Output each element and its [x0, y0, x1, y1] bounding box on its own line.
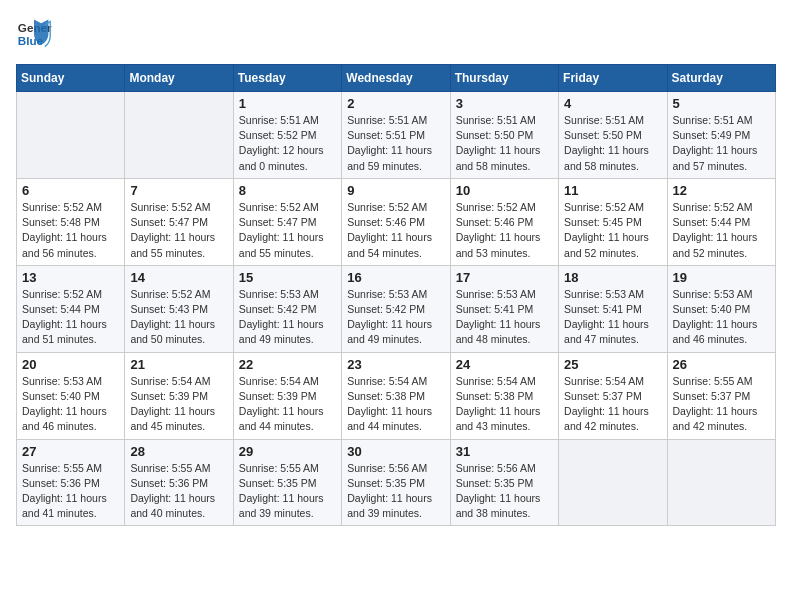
col-header-tuesday: Tuesday — [233, 65, 341, 92]
day-detail: Sunrise: 5:52 AMSunset: 5:46 PMDaylight:… — [347, 200, 444, 261]
day-number: 23 — [347, 357, 444, 372]
day-number: 22 — [239, 357, 336, 372]
day-detail: Sunrise: 5:52 AMSunset: 5:46 PMDaylight:… — [456, 200, 553, 261]
calendar-cell: 16Sunrise: 5:53 AMSunset: 5:42 PMDayligh… — [342, 265, 450, 352]
day-detail: Sunrise: 5:54 AMSunset: 5:37 PMDaylight:… — [564, 374, 661, 435]
day-detail: Sunrise: 5:51 AMSunset: 5:49 PMDaylight:… — [673, 113, 770, 174]
calendar-cell: 6Sunrise: 5:52 AMSunset: 5:48 PMDaylight… — [17, 178, 125, 265]
day-detail: Sunrise: 5:53 AMSunset: 5:42 PMDaylight:… — [347, 287, 444, 348]
day-detail: Sunrise: 5:51 AMSunset: 5:50 PMDaylight:… — [456, 113, 553, 174]
day-number: 2 — [347, 96, 444, 111]
day-number: 28 — [130, 444, 227, 459]
calendar-cell: 19Sunrise: 5:53 AMSunset: 5:40 PMDayligh… — [667, 265, 775, 352]
col-header-friday: Friday — [559, 65, 667, 92]
col-header-sunday: Sunday — [17, 65, 125, 92]
day-detail: Sunrise: 5:55 AMSunset: 5:36 PMDaylight:… — [22, 461, 119, 522]
calendar-cell: 18Sunrise: 5:53 AMSunset: 5:41 PMDayligh… — [559, 265, 667, 352]
day-detail: Sunrise: 5:53 AMSunset: 5:40 PMDaylight:… — [673, 287, 770, 348]
day-number: 11 — [564, 183, 661, 198]
day-number: 17 — [456, 270, 553, 285]
day-number: 6 — [22, 183, 119, 198]
day-detail: Sunrise: 5:54 AMSunset: 5:38 PMDaylight:… — [347, 374, 444, 435]
day-detail: Sunrise: 5:55 AMSunset: 5:36 PMDaylight:… — [130, 461, 227, 522]
day-detail: Sunrise: 5:55 AMSunset: 5:35 PMDaylight:… — [239, 461, 336, 522]
calendar-cell: 31Sunrise: 5:56 AMSunset: 5:35 PMDayligh… — [450, 439, 558, 526]
day-detail: Sunrise: 5:55 AMSunset: 5:37 PMDaylight:… — [673, 374, 770, 435]
day-detail: Sunrise: 5:52 AMSunset: 5:45 PMDaylight:… — [564, 200, 661, 261]
logo-icon: General Blue — [16, 16, 52, 52]
day-detail: Sunrise: 5:52 AMSunset: 5:47 PMDaylight:… — [239, 200, 336, 261]
calendar-cell: 10Sunrise: 5:52 AMSunset: 5:46 PMDayligh… — [450, 178, 558, 265]
day-detail: Sunrise: 5:51 AMSunset: 5:52 PMDaylight:… — [239, 113, 336, 174]
calendar-cell: 29Sunrise: 5:55 AMSunset: 5:35 PMDayligh… — [233, 439, 341, 526]
calendar-cell: 5Sunrise: 5:51 AMSunset: 5:49 PMDaylight… — [667, 92, 775, 179]
week-row-3: 13Sunrise: 5:52 AMSunset: 5:44 PMDayligh… — [17, 265, 776, 352]
calendar-cell: 15Sunrise: 5:53 AMSunset: 5:42 PMDayligh… — [233, 265, 341, 352]
day-number: 10 — [456, 183, 553, 198]
day-number: 21 — [130, 357, 227, 372]
day-number: 31 — [456, 444, 553, 459]
calendar-cell: 20Sunrise: 5:53 AMSunset: 5:40 PMDayligh… — [17, 352, 125, 439]
day-number: 30 — [347, 444, 444, 459]
day-detail: Sunrise: 5:54 AMSunset: 5:39 PMDaylight:… — [130, 374, 227, 435]
calendar-cell: 11Sunrise: 5:52 AMSunset: 5:45 PMDayligh… — [559, 178, 667, 265]
day-number: 5 — [673, 96, 770, 111]
day-detail: Sunrise: 5:51 AMSunset: 5:50 PMDaylight:… — [564, 113, 661, 174]
week-row-2: 6Sunrise: 5:52 AMSunset: 5:48 PMDaylight… — [17, 178, 776, 265]
calendar-cell: 26Sunrise: 5:55 AMSunset: 5:37 PMDayligh… — [667, 352, 775, 439]
calendar-cell: 22Sunrise: 5:54 AMSunset: 5:39 PMDayligh… — [233, 352, 341, 439]
day-number: 16 — [347, 270, 444, 285]
calendar-cell: 3Sunrise: 5:51 AMSunset: 5:50 PMDaylight… — [450, 92, 558, 179]
calendar-cell: 2Sunrise: 5:51 AMSunset: 5:51 PMDaylight… — [342, 92, 450, 179]
day-detail: Sunrise: 5:54 AMSunset: 5:39 PMDaylight:… — [239, 374, 336, 435]
day-number: 9 — [347, 183, 444, 198]
day-detail: Sunrise: 5:53 AMSunset: 5:41 PMDaylight:… — [456, 287, 553, 348]
calendar-table: SundayMondayTuesdayWednesdayThursdayFrid… — [16, 64, 776, 526]
day-detail: Sunrise: 5:53 AMSunset: 5:40 PMDaylight:… — [22, 374, 119, 435]
calendar-cell: 4Sunrise: 5:51 AMSunset: 5:50 PMDaylight… — [559, 92, 667, 179]
calendar-cell: 14Sunrise: 5:52 AMSunset: 5:43 PMDayligh… — [125, 265, 233, 352]
col-header-thursday: Thursday — [450, 65, 558, 92]
day-number: 24 — [456, 357, 553, 372]
week-row-1: 1Sunrise: 5:51 AMSunset: 5:52 PMDaylight… — [17, 92, 776, 179]
calendar-cell — [125, 92, 233, 179]
calendar-cell: 30Sunrise: 5:56 AMSunset: 5:35 PMDayligh… — [342, 439, 450, 526]
day-number: 14 — [130, 270, 227, 285]
logo: General Blue — [16, 16, 58, 52]
day-detail: Sunrise: 5:52 AMSunset: 5:47 PMDaylight:… — [130, 200, 227, 261]
day-number: 27 — [22, 444, 119, 459]
day-number: 7 — [130, 183, 227, 198]
day-number: 29 — [239, 444, 336, 459]
day-number: 4 — [564, 96, 661, 111]
day-detail: Sunrise: 5:52 AMSunset: 5:44 PMDaylight:… — [22, 287, 119, 348]
day-detail: Sunrise: 5:52 AMSunset: 5:43 PMDaylight:… — [130, 287, 227, 348]
day-detail: Sunrise: 5:53 AMSunset: 5:42 PMDaylight:… — [239, 287, 336, 348]
day-number: 12 — [673, 183, 770, 198]
calendar-cell: 23Sunrise: 5:54 AMSunset: 5:38 PMDayligh… — [342, 352, 450, 439]
day-detail: Sunrise: 5:56 AMSunset: 5:35 PMDaylight:… — [456, 461, 553, 522]
calendar-cell: 12Sunrise: 5:52 AMSunset: 5:44 PMDayligh… — [667, 178, 775, 265]
calendar-cell — [559, 439, 667, 526]
day-number: 25 — [564, 357, 661, 372]
calendar-cell: 7Sunrise: 5:52 AMSunset: 5:47 PMDaylight… — [125, 178, 233, 265]
day-number: 1 — [239, 96, 336, 111]
day-detail: Sunrise: 5:51 AMSunset: 5:51 PMDaylight:… — [347, 113, 444, 174]
calendar-cell: 25Sunrise: 5:54 AMSunset: 5:37 PMDayligh… — [559, 352, 667, 439]
calendar-cell: 24Sunrise: 5:54 AMSunset: 5:38 PMDayligh… — [450, 352, 558, 439]
day-number: 20 — [22, 357, 119, 372]
day-detail: Sunrise: 5:52 AMSunset: 5:44 PMDaylight:… — [673, 200, 770, 261]
calendar-cell: 8Sunrise: 5:52 AMSunset: 5:47 PMDaylight… — [233, 178, 341, 265]
header-row: SundayMondayTuesdayWednesdayThursdayFrid… — [17, 65, 776, 92]
col-header-monday: Monday — [125, 65, 233, 92]
day-number: 8 — [239, 183, 336, 198]
day-detail: Sunrise: 5:54 AMSunset: 5:38 PMDaylight:… — [456, 374, 553, 435]
col-header-wednesday: Wednesday — [342, 65, 450, 92]
calendar-cell: 1Sunrise: 5:51 AMSunset: 5:52 PMDaylight… — [233, 92, 341, 179]
page-header: General Blue — [16, 16, 776, 52]
week-row-5: 27Sunrise: 5:55 AMSunset: 5:36 PMDayligh… — [17, 439, 776, 526]
calendar-cell: 13Sunrise: 5:52 AMSunset: 5:44 PMDayligh… — [17, 265, 125, 352]
day-detail: Sunrise: 5:56 AMSunset: 5:35 PMDaylight:… — [347, 461, 444, 522]
day-number: 18 — [564, 270, 661, 285]
day-number: 3 — [456, 96, 553, 111]
calendar-cell: 21Sunrise: 5:54 AMSunset: 5:39 PMDayligh… — [125, 352, 233, 439]
